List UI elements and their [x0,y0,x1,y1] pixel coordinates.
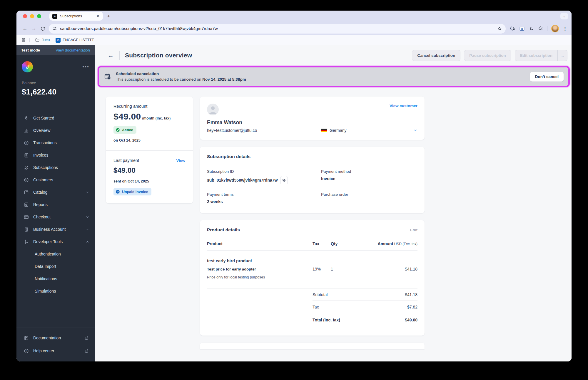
sidebar-item-help-center[interactable]: ? Help center [16,344,95,357]
edit-subscription-button[interactable]: Edit subscription [515,50,557,61]
extensions-puzzle-icon[interactable] [538,26,543,31]
sidebar-item-reports[interactable]: Reports [16,198,95,211]
sidebar-item-overview[interactable]: Overview [16,124,95,137]
sidebar-item-invoices[interactable]: Invoices [16,149,95,161]
sidebar-subitem-data-import[interactable]: Data Import [16,260,95,273]
person-circle-icon [24,177,29,183]
status-badge-active: Active [113,126,136,134]
edit-products-link[interactable]: Edit [410,228,418,232]
sliders-icon [24,239,29,245]
forward-icon[interactable]: → [29,24,38,33]
page-header: ← Subscription overview Cancel subscript… [108,49,567,62]
bookmark-folder-juttu[interactable]: Juttu [33,38,51,42]
field-payment-terms: Payment terms 2 weeks [207,192,321,204]
catalog-box-icon [24,190,29,195]
tab-close-icon[interactable]: ✕ [96,14,100,18]
l-logo-extension-icon[interactable] [529,26,534,31]
field-value: Invoice [321,176,335,181]
vendor-avatar[interactable]: J [22,61,33,72]
recurring-dollar-icon: $ [24,165,29,170]
toolbar-divider [547,26,547,31]
check-circle-icon [116,128,120,132]
tab-search-button[interactable]: ⌄ [560,13,568,19]
cancel-subscription-button[interactable]: Cancel subscription [412,50,460,61]
field-purchase-order: Purchase order [321,192,417,204]
recurring-amount-suffix: /month (Inc. tax) [142,116,171,120]
sidebar-subitem-notifications[interactable]: Notifications [16,273,95,285]
bookmarks-bar: Juttu in ENGAGE LISTTTT... [16,35,572,45]
chevron-up-icon [86,240,89,244]
browser-profile-avatar[interactable] [551,25,559,32]
sidebar-subitem-authentication[interactable]: Authentication [16,248,95,260]
field-payment-method: Payment method Invoice [321,169,417,184]
recurring-amount-label: Recurring amount [113,104,185,109]
chevron-down-icon [86,215,89,219]
expand-chevron-down-icon[interactable] [413,128,417,132]
sidebar-item-label: Developer Tools [33,239,63,244]
sidebar-item-business-account[interactable]: Business Account [16,223,95,235]
sidebar-item-label: Checkout [33,215,51,219]
field-value: 2 weeks [207,199,223,204]
product-tax: 19% [313,267,331,271]
sidebar-item-label: Transactions [33,140,57,145]
site-settings-icon[interactable] [52,26,57,31]
arrow-right-circle-icon [116,190,120,194]
pause-subscription-button[interactable]: Pause subscription [464,50,511,61]
sidebar-subitem-simulations[interactable]: Simulations [16,285,95,297]
sidebar-subitem-label: Authentication [35,252,61,256]
sidebar: Test mode View documentation J ••• Balan… [16,45,95,361]
tax-row: Tax$7.82 [313,301,417,313]
invoice-document-icon [24,152,29,158]
sidebar-item-label: Reports [33,202,48,207]
more-actions-ellipsis-icon[interactable]: … [557,50,567,61]
apps-grid-icon[interactable] [21,38,26,42]
subscription-details-title: Subscription details [207,154,417,159]
sidebar-item-get-started[interactable]: Get Started [16,112,95,124]
bookmark-star-icon[interactable] [497,26,502,31]
back-icon[interactable]: ← [21,24,29,33]
test-mode-bar: Test mode View documentation [16,45,95,55]
unpaid-invoice-badge[interactable]: Unpaid invoice [113,188,151,195]
bookmark-label: Juttu [42,38,50,42]
browser-window: ✦ Subscriptions ✕ + ⌄ ← → sandbox-vendor… [16,11,572,361]
view-payment-link[interactable]: View [176,158,185,163]
maximize-window-button[interactable] [37,14,41,18]
sidebar-item-customers[interactable]: Customers [16,174,95,186]
view-customer-link[interactable]: View customer [390,104,417,108]
building-icon [24,227,29,232]
sidebar-item-developer-tools[interactable]: Developer Tools [16,235,95,248]
tab-strip: ✦ Subscriptions ✕ + ⌄ [16,11,572,22]
vendor-menu-ellipsis-icon[interactable]: ••• [82,64,89,70]
sidebar-item-label: Documentation [33,336,61,340]
view-documentation-link[interactable]: View documentation [56,48,90,52]
sidebar-item-catalog[interactable]: Catalog [16,186,95,198]
minimize-window-button[interactable] [30,14,34,18]
password-manager-extension-icon[interactable] [510,26,515,31]
sidebar-item-checkout[interactable]: Checkout [16,211,95,223]
dont-cancel-button[interactable]: Don’t cancel [530,72,564,82]
banner-message: This subscription is scheduled to be can… [116,77,246,82]
folder-icon [35,38,40,42]
last-payment-date: sent on Oct 14, 2025 [113,179,185,183]
browser-menu-kebab-icon[interactable]: ⋮ [563,26,567,31]
copy-icon[interactable] [280,176,288,184]
bookmark-engage-list[interactable]: in ENGAGE LISTTTT... [54,38,98,43]
sidebar-item-transactions[interactable]: $ Transactions [16,137,95,149]
back-arrow-icon[interactable]: ← [108,52,114,59]
id-extension-icon[interactable]: iD [519,26,525,31]
close-window-button[interactable] [23,14,27,18]
browser-tab[interactable]: ✦ Subscriptions ✕ [49,12,103,21]
recurring-amount-value: $49.00 [113,112,141,121]
reload-icon[interactable] [38,24,47,33]
person-silhouette-icon [207,104,219,115]
tab-title: Subscriptions [60,14,93,18]
sidebar-subitem-label: Notifications [35,276,57,281]
last-payment-label: Last payment [113,158,139,163]
dollar-circle-icon: $ [24,140,29,146]
payment-summary-card: Recurring amount $49.00/month (Inc. tax)… [106,97,193,203]
address-bar[interactable]: sandbox-vendors.paddle.com/subscriptions… [49,24,506,34]
sidebar-item-subscriptions[interactable]: $ Subscriptions [16,161,95,174]
sidebar-item-documentation[interactable]: Documentation [16,331,95,344]
report-document-icon [24,202,29,208]
new-tab-button[interactable]: + [107,13,110,19]
